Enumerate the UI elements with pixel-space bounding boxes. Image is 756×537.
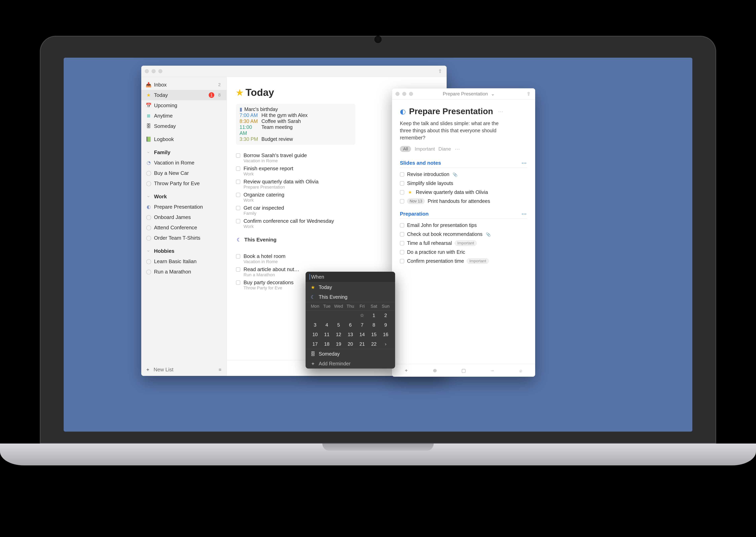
task-row[interactable]: Email John for presentation tips — [400, 221, 527, 230]
sidebar-item-inbox[interactable]: Inbox 2 — [141, 80, 227, 90]
sidebar-project-vacation[interactable]: Vacation in Rome — [141, 157, 227, 168]
checkbox[interactable] — [400, 250, 404, 254]
move-icon[interactable] — [489, 368, 495, 373]
when-search[interactable]: When — [306, 272, 395, 282]
new-heading-icon[interactable] — [432, 368, 438, 373]
checkbox[interactable] — [236, 219, 240, 223]
calendar-day[interactable]: 2 — [380, 311, 392, 319]
heading-preparation[interactable]: Preparation — [400, 211, 527, 219]
sidebar-item-someday[interactable]: Someday — [141, 121, 227, 131]
calendar-day[interactable]: 12 — [333, 331, 344, 339]
checkbox[interactable] — [400, 259, 404, 263]
checkbox[interactable] — [400, 241, 404, 245]
checkbox[interactable] — [236, 206, 240, 210]
sidebar-item-anytime[interactable]: Anytime — [141, 110, 227, 121]
checkbox[interactable] — [236, 280, 240, 285]
more-icon[interactable] — [498, 108, 504, 114]
sidebar-item-upcoming[interactable]: Upcoming — [141, 100, 227, 110]
calendar-day[interactable]: 15 — [368, 331, 380, 339]
calendar-day[interactable]: 18 — [321, 340, 333, 348]
calendar-today[interactable] — [356, 311, 368, 319]
when-icon[interactable] — [461, 368, 467, 373]
zoom-dot[interactable] — [158, 69, 162, 73]
checkbox[interactable] — [236, 153, 240, 158]
calendar-day[interactable]: 10 — [309, 331, 321, 339]
checkbox[interactable] — [400, 232, 404, 236]
task-row[interactable]: Check out book recommendations — [400, 230, 527, 239]
calendar-day[interactable]: 11 — [321, 331, 333, 339]
task-row[interactable]: Nov 13Print handouts for attendees — [400, 197, 527, 206]
checkbox[interactable] — [400, 181, 404, 186]
sidebar-area-family[interactable]: Family — [141, 147, 227, 157]
calendar-day[interactable]: 13 — [344, 331, 356, 339]
when-today[interactable]: Today — [306, 282, 395, 292]
calendar-day[interactable]: 9 — [380, 321, 392, 329]
when-someday[interactable]: Someday — [306, 349, 395, 359]
checkbox[interactable] — [236, 193, 240, 197]
checkbox[interactable] — [236, 254, 240, 259]
sidebar-area-work[interactable]: Work — [141, 191, 227, 202]
calendar-day[interactable]: 14 — [356, 331, 368, 339]
calendar-day[interactable]: 3 — [309, 321, 321, 329]
sidebar-project-presentation[interactable]: Prepare Presentation — [141, 202, 227, 212]
share-icon[interactable] — [437, 68, 443, 74]
checkbox[interactable] — [400, 172, 404, 177]
calendar-day[interactable]: 17 — [309, 340, 321, 348]
when-evening[interactable]: This Evening — [306, 292, 395, 302]
minimize-dot[interactable] — [402, 92, 406, 96]
heading-more-icon[interactable] — [521, 160, 527, 166]
when-add-reminder[interactable]: Add Reminder — [306, 359, 395, 369]
sidebar-project-conference[interactable]: Attend Conference — [141, 222, 227, 233]
project-notes[interactable]: Keep the talk and slides simple: what ar… — [400, 120, 511, 141]
calendar-day[interactable]: 6 — [344, 321, 356, 329]
calendar-day[interactable]: 21 — [356, 340, 368, 348]
sidebar-item-today[interactable]: Today 1 8 — [141, 90, 227, 100]
calendar-day[interactable]: 4 — [321, 321, 333, 329]
checkbox[interactable] — [400, 199, 404, 203]
new-task-icon[interactable] — [403, 368, 409, 373]
task-row[interactable]: Confirm presentation timeImportant — [400, 257, 527, 266]
close-dot[interactable] — [145, 69, 149, 73]
sidebar-project-italian[interactable]: Learn Basic Italian — [141, 256, 227, 267]
zoom-dot[interactable] — [409, 92, 413, 96]
sidebar-project-car[interactable]: Buy a New Car — [141, 168, 227, 178]
heading-more-icon[interactable] — [521, 211, 527, 217]
window-title[interactable]: Prepare Presentation — [413, 91, 525, 97]
calendar-day[interactable]: 19 — [333, 340, 344, 348]
search-icon[interactable] — [518, 368, 524, 373]
sidebar-area-hobbies[interactable]: Hobbies — [141, 246, 227, 256]
calendar-next[interactable] — [380, 340, 392, 348]
task-row[interactable]: Revise introduction — [400, 170, 527, 179]
sidebar-project-marathon[interactable]: Run a Marathon — [141, 267, 227, 277]
settings-icon[interactable] — [217, 367, 223, 373]
new-list-button[interactable]: New List — [145, 367, 174, 373]
more-filters-icon[interactable] — [455, 146, 461, 152]
calendar-day[interactable]: 7 — [356, 321, 368, 329]
task-row[interactable]: Time a full rehearsalImportant — [400, 239, 527, 248]
task-row[interactable]: Do a practice run with Eric — [400, 248, 527, 257]
checkbox[interactable] — [400, 223, 404, 227]
filter-all[interactable]: All — [400, 146, 411, 152]
filter-diane[interactable]: Diane — [439, 146, 451, 152]
calendar-day[interactable]: 5 — [333, 321, 344, 329]
task-row[interactable]: Review quarterly data with Olivia — [400, 188, 527, 197]
share-icon[interactable] — [525, 91, 531, 97]
calendar-day[interactable]: 22 — [368, 340, 380, 348]
calendar-day[interactable]: 1 — [368, 311, 380, 319]
sidebar-project-onboard[interactable]: Onboard James — [141, 212, 227, 222]
sidebar-item-logbook[interactable]: Logbook — [141, 134, 227, 145]
calendar-day[interactable]: 8 — [368, 321, 380, 329]
checkbox[interactable] — [400, 190, 404, 194]
checkbox[interactable] — [236, 267, 240, 272]
heading-slides[interactable]: Slides and notes — [400, 160, 527, 168]
minimize-dot[interactable] — [151, 69, 155, 73]
sidebar-project-party[interactable]: Throw Party for Eve — [141, 178, 227, 188]
task-row[interactable]: Simplify slide layouts — [400, 179, 527, 188]
checkbox[interactable] — [236, 180, 240, 184]
sidebar-project-tshirts[interactable]: Order Team T-Shirts — [141, 233, 227, 243]
checkbox[interactable] — [236, 166, 240, 171]
filter-important[interactable]: Important — [415, 146, 435, 152]
close-dot[interactable] — [396, 92, 399, 96]
calendar-day[interactable]: 20 — [344, 340, 356, 348]
calendar-day[interactable]: 16 — [380, 331, 392, 339]
